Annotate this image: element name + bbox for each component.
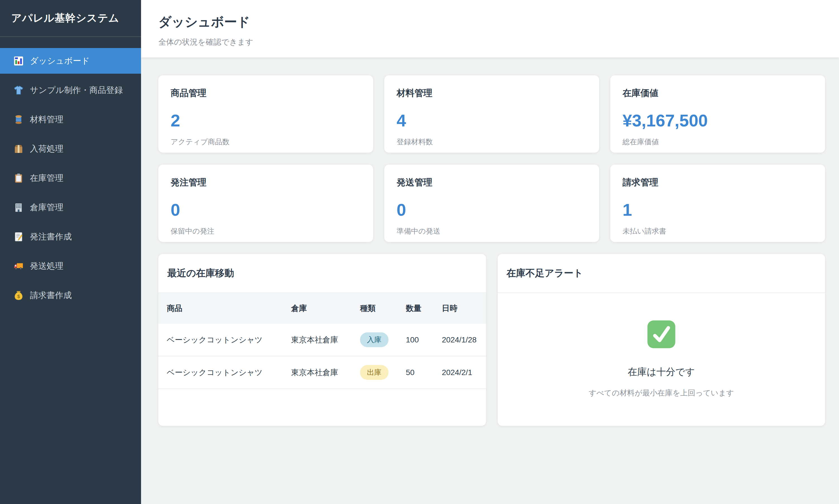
movement-type-badge: 出庫 <box>360 365 388 380</box>
panel-title: 最近の在庫移動 <box>167 267 477 280</box>
stat-label: 保留中の発注 <box>171 226 361 236</box>
sidebar-item-inventory-management[interactable]: 在庫管理 <box>0 165 141 191</box>
movements-table: 商品 倉庫 種類 数量 日時 ベーシックコットンシャツ 東京本社倉庫 <box>158 293 486 389</box>
sidebar-item-sample-product-registration[interactable]: サンプル制作・商品登録 <box>0 77 141 103</box>
sidebar: アパレル基幹システム ダッシュボード サンプル制作・商品登録 材料管理 <box>0 0 141 504</box>
app-window: アパレル基幹システム ダッシュボード サンプル制作・商品登録 材料管理 <box>0 0 839 504</box>
cell-quantity: 100 <box>398 324 434 356</box>
column-header-quantity: 数量 <box>398 293 434 324</box>
svg-text:$: $ <box>17 293 20 299</box>
alert-message: 在庫は十分です <box>628 365 695 378</box>
sidebar-item-label: 請求書作成 <box>30 290 72 301</box>
sidebar-item-label: 発注書作成 <box>30 231 72 242</box>
cell-warehouse: 東京本社倉庫 <box>283 324 352 356</box>
alert-description: すべての材料が最小在庫を上回っています <box>589 388 734 398</box>
stat-label: 未払い請求書 <box>623 226 813 236</box>
stat-label: アクティブ商品数 <box>171 137 361 147</box>
check-mark-icon <box>646 319 677 350</box>
sidebar-item-receiving[interactable]: 入荷処理 <box>0 136 141 162</box>
stat-label: 総在庫価値 <box>623 137 813 147</box>
content: 商品管理 2 アクティブ商品数 材料管理 4 登録材料数 在庫価値 ¥3,167… <box>141 57 839 504</box>
sidebar-item-label: 発送処理 <box>30 260 64 272</box>
table-row[interactable]: ベーシックコットンシャツ 東京本社倉庫 出庫 50 2024/2/1 <box>158 356 486 389</box>
stats-grid: 商品管理 2 アクティブ商品数 材料管理 4 登録材料数 在庫価値 ¥3,167… <box>158 75 825 242</box>
column-header-date: 日時 <box>434 293 486 324</box>
table-header-row: 商品 倉庫 種類 数量 日時 <box>158 293 486 324</box>
panel-header: 最近の在庫移動 <box>158 254 486 293</box>
cell-product: ベーシックコットンシャツ <box>158 356 283 389</box>
sidebar-item-dashboard[interactable]: ダッシュボード <box>0 48 141 74</box>
page-title: ダッシュボード <box>158 13 822 31</box>
sidebar-item-shipping[interactable]: 発送処理 <box>0 253 141 279</box>
sidebar-item-label: ダッシュボード <box>30 55 90 67</box>
stat-title: 請求管理 <box>623 176 813 188</box>
cell-product: ベーシックコットンシャツ <box>158 324 283 356</box>
stat-card-purchase-orders: 発注管理 0 保留中の発注 <box>158 165 373 242</box>
money-bag-icon: $ <box>13 290 24 301</box>
sidebar-item-warehouse-management[interactable]: 倉庫管理 <box>0 195 141 220</box>
sidebar-item-label: サンプル制作・商品登録 <box>30 85 123 96</box>
panel-header: 在庫不足アラート <box>498 254 825 293</box>
sidebar-nav: ダッシュボード サンプル制作・商品登録 材料管理 入荷処理 <box>0 37 141 308</box>
bottom-grid: 最近の在庫移動 商品 倉庫 種類 数量 日時 <box>158 254 825 426</box>
column-header-warehouse: 倉庫 <box>283 293 352 324</box>
thread-icon <box>13 114 24 125</box>
app-title: アパレル基幹システム <box>11 11 119 25</box>
low-stock-alert-card: 在庫不足アラート 在庫は十分です すべての材料が最小在庫を上回っています <box>498 254 825 426</box>
sidebar-item-label: 入荷処理 <box>30 143 64 155</box>
cell-quantity: 50 <box>398 356 434 389</box>
stat-value: 0 <box>171 201 361 218</box>
alert-body: 在庫は十分です すべての材料が最小在庫を上回っています <box>498 293 825 398</box>
stat-card-products: 商品管理 2 アクティブ商品数 <box>158 75 373 152</box>
stat-value: 4 <box>397 112 587 129</box>
stat-label: 準備中の発送 <box>397 226 587 236</box>
stat-title: 商品管理 <box>171 87 361 100</box>
memo-icon <box>13 232 24 242</box>
clipboard-icon <box>13 173 24 183</box>
cell-date: 2024/2/1 <box>434 356 486 389</box>
recent-movements-card: 最近の在庫移動 商品 倉庫 種類 数量 日時 <box>158 254 486 426</box>
truck-icon <box>13 261 24 271</box>
sidebar-item-label: 在庫管理 <box>30 173 64 184</box>
cell-date: 2024/1/28 <box>434 324 486 356</box>
movement-type-badge: 入庫 <box>360 332 388 347</box>
sidebar-item-purchase-order-creation[interactable]: 発注書作成 <box>0 224 141 250</box>
stat-card-invoices: 請求管理 1 未払い請求書 <box>610 165 825 242</box>
stat-title: 発送管理 <box>397 176 587 188</box>
column-header-type: 種類 <box>352 293 398 324</box>
cell-warehouse: 東京本社倉庫 <box>283 356 352 389</box>
stat-value: ¥3,167,500 <box>623 112 813 129</box>
stat-label: 登録材料数 <box>397 137 587 147</box>
main-area: ダッシュボード 全体の状況を確認できます 商品管理 2 アクティブ商品数 材料管… <box>141 0 839 504</box>
stat-value: 1 <box>623 201 813 218</box>
stat-title: 発注管理 <box>171 176 361 188</box>
column-header-product: 商品 <box>158 293 283 324</box>
cell-type: 入庫 <box>352 324 398 356</box>
package-icon <box>13 144 24 154</box>
stat-card-inventory-value: 在庫価値 ¥3,167,500 総在庫価値 <box>610 75 825 152</box>
sidebar-item-label: 倉庫管理 <box>30 202 64 213</box>
page-subtitle: 全体の状況を確認できます <box>158 37 822 48</box>
cell-type: 出庫 <box>352 356 398 389</box>
sidebar-item-label: 材料管理 <box>30 114 64 125</box>
panel-title: 在庫不足アラート <box>507 267 816 280</box>
stat-value: 0 <box>397 201 587 218</box>
sidebar-item-invoice-creation[interactable]: $ 請求書作成 <box>0 283 141 308</box>
stat-title: 在庫価値 <box>623 87 813 100</box>
page-header: ダッシュボード 全体の状況を確認できます <box>141 0 839 57</box>
stat-card-shipments: 発送管理 0 準備中の発送 <box>384 165 599 242</box>
sidebar-header: アパレル基幹システム <box>0 0 141 37</box>
t-shirt-icon <box>13 85 24 95</box>
stat-title: 材料管理 <box>397 87 587 100</box>
sidebar-item-material-management[interactable]: 材料管理 <box>0 107 141 132</box>
bar-chart-icon <box>13 56 24 66</box>
table-row[interactable]: ベーシックコットンシャツ 東京本社倉庫 入庫 100 2024/1/28 <box>158 324 486 356</box>
stat-card-materials: 材料管理 4 登録材料数 <box>384 75 599 152</box>
stat-value: 2 <box>171 112 361 129</box>
building-icon <box>13 202 24 213</box>
